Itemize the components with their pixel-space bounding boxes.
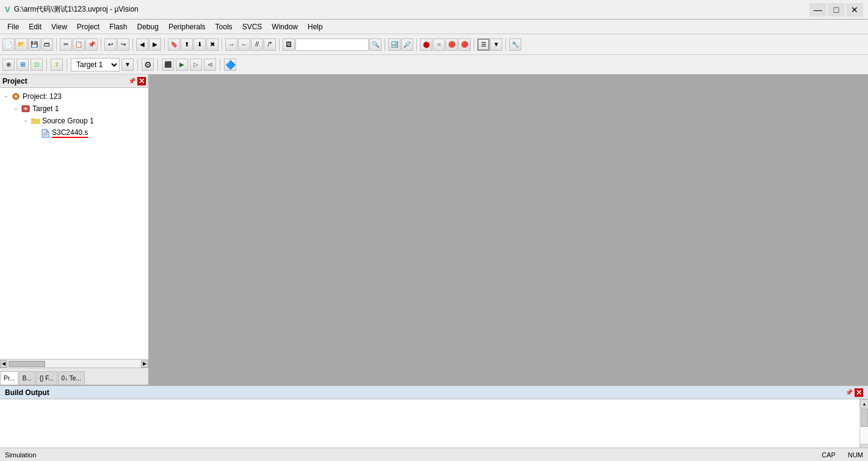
- expand-icon-project: −: [2, 93, 10, 100]
- bookmark-clear-button[interactable]: ✖: [206, 38, 219, 51]
- file-toolbar-group: 📄 📂 💾 🗃: [2, 38, 53, 51]
- settings-button[interactable]: 🔧: [509, 38, 521, 51]
- menu-item-tools[interactable]: Tools: [211, 20, 237, 34]
- menu-item-file[interactable]: File: [2, 20, 24, 34]
- open-find-button[interactable]: 🖼: [283, 38, 295, 51]
- build-btn3[interactable]: ⊲: [204, 59, 216, 71]
- toolbar2-btn1[interactable]: ⊕: [2, 59, 15, 71]
- build-vertical-scrollbar[interactable]: ▲ ▼: [859, 399, 868, 452]
- dropdown-button[interactable]: ▼: [490, 38, 502, 51]
- title-bar: V G:\arm代码\测试1\123.uvproj - µVision — □ …: [0, 0, 868, 20]
- toolbar2-btn2[interactable]: ⊞: [16, 59, 29, 71]
- menu-item-flash[interactable]: Flash: [104, 20, 132, 34]
- target-dropdown-btn[interactable]: ▼: [121, 59, 134, 71]
- cut-button[interactable]: ✂: [60, 38, 72, 51]
- vscroll-up-btn[interactable]: ▲: [860, 399, 868, 408]
- tb2-sep3: [137, 59, 138, 71]
- comment-button[interactable]: //: [251, 38, 263, 51]
- manage-btn[interactable]: ⚙: [142, 59, 154, 71]
- toolbar2-btn4[interactable]: ⇪: [51, 59, 63, 71]
- tab-templates[interactable]: 0↓ Te...: [58, 371, 85, 385]
- build-btn1[interactable]: ▶: [176, 59, 188, 71]
- tree-item-target1[interactable]: − Target 1: [0, 103, 148, 115]
- undo-redo-group: ↩ ↪: [104, 38, 129, 51]
- target-dropdown[interactable]: Target 1: [71, 58, 120, 71]
- tree-item-source-group1[interactable]: − Source Group 1: [0, 115, 148, 127]
- build-stop-btn[interactable]: ⬛: [162, 59, 174, 71]
- circle-button[interactable]: ○: [433, 38, 445, 51]
- view2-button[interactable]: ☰: [477, 38, 490, 51]
- debug2-button[interactable]: 🔴: [446, 38, 458, 51]
- stop-button[interactable]: ⬤: [420, 38, 432, 51]
- back-button[interactable]: ◀: [136, 38, 148, 51]
- nav-back-button[interactable]: 🔙: [388, 38, 400, 51]
- build-btn2[interactable]: ▷: [190, 59, 202, 71]
- tab-books[interactable]: B...: [19, 371, 35, 385]
- forward-button[interactable]: ▶: [149, 38, 161, 51]
- toolbar2-btn3[interactable]: ⊡: [31, 59, 43, 71]
- view2-group: ☰ ▼: [477, 38, 502, 51]
- close-button[interactable]: ✕: [846, 3, 863, 16]
- scroll-right-arrow[interactable]: ▶: [141, 360, 148, 368]
- redo-button[interactable]: ↪: [117, 38, 129, 51]
- save-all-button[interactable]: 🗃: [41, 38, 53, 51]
- indent-button[interactable]: →: [225, 38, 237, 51]
- project-close-button[interactable]: ✕: [137, 77, 146, 85]
- separator7: [385, 38, 385, 51]
- indent-group: → ← // /*: [225, 38, 276, 51]
- separator3: [132, 38, 133, 51]
- menu-item-edit[interactable]: Edit: [24, 20, 46, 34]
- project-horizontal-scrollbar[interactable]: ◀ ▶: [0, 359, 148, 368]
- menu-item-help[interactable]: Help: [303, 20, 328, 34]
- undo-button[interactable]: ↩: [104, 38, 117, 51]
- scroll-left-arrow[interactable]: ◀: [0, 360, 7, 368]
- inspect-button[interactable]: 🔎: [401, 38, 413, 51]
- separator10: [505, 38, 506, 51]
- tab-functions[interactable]: {} F...: [36, 371, 57, 385]
- separator2: [101, 38, 101, 51]
- tab-project[interactable]: Pr...: [0, 371, 18, 385]
- file-icon: [40, 128, 50, 138]
- menu-item-view[interactable]: View: [46, 20, 72, 34]
- toolbar1: 📄 📂 💾 🗃 ✂ 📋 📌 ↩ ↪ ◀ ▶ 🔖 ⬆ ⬇ ✖ → ← // /* …: [0, 34, 868, 55]
- bookmark-next-button[interactable]: ⬇: [193, 38, 206, 51]
- maximize-button[interactable]: □: [828, 3, 845, 16]
- status-right: CAP NUM: [822, 451, 863, 459]
- nav-group: ◀ ▶: [136, 38, 161, 51]
- expand-icon-file: [32, 129, 39, 137]
- menu-item-svcs[interactable]: SVCS: [237, 20, 267, 34]
- minimize-button[interactable]: —: [809, 3, 826, 16]
- project-header-controls: 📌 ✕: [128, 77, 146, 85]
- menu-item-peripherals[interactable]: Peripherals: [164, 20, 211, 34]
- open-file-button[interactable]: 📂: [15, 38, 27, 51]
- bookmark-set-button[interactable]: 🔖: [168, 38, 180, 51]
- menu-item-project[interactable]: Project: [72, 20, 104, 34]
- menu-bar: FileEditViewProjectFlashDebugPeripherals…: [0, 20, 868, 34]
- build-output-content: [0, 399, 859, 452]
- build-pin-button[interactable]: 📌: [845, 388, 853, 397]
- scroll-thumb[interactable]: [9, 361, 45, 367]
- vscroll-thumb[interactable]: [861, 408, 868, 427]
- search-input[interactable]: [295, 38, 369, 51]
- menu-item-debug[interactable]: Debug: [132, 20, 164, 34]
- tree-item-project-root[interactable]: − Project: 123: [0, 90, 148, 103]
- new-file-button[interactable]: 📄: [2, 38, 15, 51]
- search-group: 🖼 🔍: [283, 38, 382, 51]
- find-button[interactable]: 🔍: [369, 38, 382, 51]
- copy-button[interactable]: 📋: [73, 38, 85, 51]
- tab-functions-label: {} F...: [40, 375, 54, 382]
- debug-start-btn[interactable]: 🔷: [224, 59, 236, 71]
- paste-button[interactable]: 📌: [85, 38, 98, 51]
- menu-item-window[interactable]: Window: [267, 20, 303, 34]
- unindent-button[interactable]: ←: [238, 38, 250, 51]
- debug3-button[interactable]: 🔴: [458, 38, 471, 51]
- save-button[interactable]: 💾: [28, 38, 40, 51]
- separator1: [56, 38, 57, 51]
- tree-item-s3c2440[interactable]: S3C2440.s: [0, 127, 148, 139]
- build-output-header: Build Output 📌 ✕: [0, 386, 868, 399]
- project-pin-button[interactable]: 📌: [128, 77, 136, 85]
- editor-area: [149, 74, 868, 385]
- uncomment-button[interactable]: /*: [264, 38, 276, 51]
- bookmark-prev-button[interactable]: ⬆: [181, 38, 193, 51]
- build-close-button[interactable]: ✕: [855, 388, 863, 397]
